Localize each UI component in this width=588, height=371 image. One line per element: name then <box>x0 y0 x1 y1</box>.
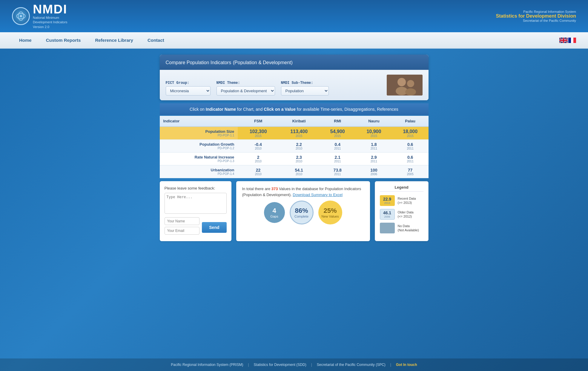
compare-subtitle: (Population & Development) <box>233 60 293 65</box>
legend-swatch-nodata <box>380 223 395 233</box>
table-row: Population GrowthPD-POP-1.2-0.420102.220… <box>160 140 429 153</box>
value-cell[interactable]: 1002006 <box>356 165 392 178</box>
stats-text: In total there are 373 Values in the dat… <box>242 186 364 198</box>
data-table-container: Indicator FSM Kiribati RMI Nauru Palau P… <box>160 116 429 178</box>
value-cell[interactable]: 73.82011 <box>319 165 356 178</box>
value-cell[interactable]: -0.42010 <box>238 140 279 153</box>
header: NMDI National Minimum Development Indica… <box>0 0 588 32</box>
feedback-name-input[interactable] <box>165 217 200 225</box>
compare-box: Compare Population Indicators (Populatio… <box>160 55 429 100</box>
stats-count: 373 <box>271 187 278 191</box>
main-content: Compare Population Indicators (Populatio… <box>160 55 429 244</box>
indicator-cell[interactable]: UrbanizationPD-POP-1.4 <box>160 165 238 178</box>
legend-desc-recent: Recent Data(>= 2013) <box>398 196 416 205</box>
table-row: Rate Natural IncreasePD-POP-1.3220102.32… <box>160 153 429 165</box>
value-cell[interactable]: 2.22010 <box>279 140 320 153</box>
download-link[interactable]: Download Summary to Excel <box>293 193 343 197</box>
logo-icon <box>12 7 30 25</box>
complete-circle: 86% Complete <box>290 201 314 224</box>
value-cell[interactable]: 0.42011 <box>319 140 356 153</box>
nmdi-subtheme-filter: NMDI Sub-Theme: Population Growth Urbani… <box>281 81 329 96</box>
feedback-textarea[interactable] <box>165 193 227 214</box>
indicator-cell[interactable]: Population GrowthPD-POP-1.2 <box>160 140 238 153</box>
value-cell[interactable]: 2.92011 <box>356 153 392 165</box>
footer-prism[interactable]: Pacific Regional Information System (PRI… <box>171 363 243 367</box>
compare-title: Compare Population Indicators <box>166 60 231 65</box>
footer-spc[interactable]: Secretariat of the Pacific Community (SP… <box>317 363 386 367</box>
value-cell[interactable]: 2.32010 <box>279 153 320 165</box>
value-cell[interactable]: 102,3002015 <box>238 127 279 140</box>
value-cell[interactable]: 2.12011 <box>319 153 356 165</box>
brand-text: NMDI National Minimum Development Indica… <box>33 3 67 29</box>
send-button[interactable]: Send <box>202 222 226 233</box>
prism-label: Pacific Regional Information System <box>496 10 576 13</box>
header-right: Pacific Regional Information System Stat… <box>496 10 576 22</box>
value-cell[interactable]: 54.12010 <box>279 165 320 178</box>
nav-home[interactable]: Home <box>12 32 39 48</box>
footer-sdd[interactable]: Statistics for Development (SDD) <box>254 363 306 367</box>
nmdi-subtheme-select[interactable]: Population Growth Urbanization <box>281 86 329 96</box>
value-cell[interactable]: 772005 <box>392 165 429 178</box>
svg-rect-17 <box>387 75 423 96</box>
data-table: Indicator FSM Kiribati RMI Nauru Palau P… <box>160 116 429 178</box>
bottom-section: Please leave some feedback: Send In tota… <box>160 181 429 241</box>
table-row: Population SizePD-POP-1.1102,3002015113,… <box>160 127 429 140</box>
legend-item-older: 46.1 2006 Older Data(<= 2012) <box>380 209 423 220</box>
value-cell[interactable]: 1.82011 <box>356 140 392 153</box>
new-label: New Values <box>322 215 339 218</box>
nmdi-theme-filter: NMDI Theme: Population & Development Hea… <box>217 81 275 96</box>
pict-group-select[interactable]: Micronesia All Melanesia Polynesia <box>166 86 211 96</box>
pict-group-label: PICT Group: <box>166 81 211 85</box>
table-row: UrbanizationPD-POP-1.422201054.1201073.8… <box>160 165 429 178</box>
value-cell[interactable]: 222010 <box>238 165 279 178</box>
complete-number: 86% <box>295 207 308 215</box>
value-cell[interactable]: 22010 <box>238 153 279 165</box>
legend-item-nodata: No Data(Not Available) <box>380 223 423 233</box>
legend-item-recent: 22.9 2013 Recent Data(>= 2013) <box>380 195 423 206</box>
value-cell[interactable]: 0.62011 <box>392 140 429 153</box>
legend-desc-older: Older Data(<= 2012) <box>398 210 414 219</box>
nmdi-theme-label: NMDI Theme: <box>217 81 275 85</box>
nav-contact[interactable]: Contact <box>140 32 171 48</box>
click-notice: Click on Indicator Name for Chart, and C… <box>160 103 429 115</box>
value-cell[interactable]: 113,4002015 <box>279 127 320 140</box>
col-kiribati: Kiribati <box>279 116 320 127</box>
nav-custom-reports[interactable]: Custom Reports <box>39 32 88 48</box>
indicator-cell[interactable]: Rate Natural IncreasePD-POP-1.3 <box>160 153 238 165</box>
feedback-email-input[interactable] <box>165 227 200 235</box>
nav-reference-library[interactable]: Reference Library <box>88 32 140 48</box>
nmdi-subtheme-label: NMDI Sub-Theme: <box>281 81 329 85</box>
value-cell[interactable]: 10,9002015 <box>356 127 392 140</box>
col-palau: Palau <box>392 116 429 127</box>
value-cell[interactable]: 0.62011 <box>392 153 429 165</box>
value-cell[interactable]: 18,0002015 <box>392 127 429 140</box>
nmdi-theme-select[interactable]: Population & Development Health Educatio… <box>217 86 275 96</box>
sdd-label: Statistics for Development Division <box>496 13 576 19</box>
stats-circles: 4 Gaps 86% Complete 25% New Values <box>242 201 364 224</box>
col-indicator: Indicator <box>160 116 238 127</box>
value-cell[interactable]: 54,9002015 <box>319 127 356 140</box>
pict-group-filter: PICT Group: Micronesia All Melanesia Pol… <box>166 81 211 96</box>
footer-contact[interactable]: Got In touch <box>396 363 417 367</box>
logo-area: NMDI National Minimum Development Indica… <box>12 3 67 29</box>
compare-filters: PICT Group: Micronesia All Melanesia Pol… <box>160 70 429 100</box>
indicator-cell[interactable]: Population SizePD-POP-1.1 <box>160 127 238 140</box>
legend-desc-nodata: No Data(Not Available) <box>398 224 419 233</box>
complete-label: Complete <box>294 215 308 218</box>
flag-english[interactable] <box>559 38 567 43</box>
gaps-number: 4 <box>272 207 276 215</box>
navbar: Home Custom Reports Reference Library Co… <box>0 32 588 49</box>
new-number: 25% <box>323 207 337 215</box>
gaps-label: Gaps <box>270 215 278 218</box>
gaps-circle: 4 Gaps <box>264 202 285 223</box>
svg-rect-11 <box>559 40 568 41</box>
compare-photo <box>387 75 423 96</box>
language-flags <box>559 38 576 43</box>
feedback-box: Please leave some feedback: Send <box>160 181 231 241</box>
col-rmi: RMI <box>319 116 356 127</box>
flag-french[interactable] <box>568 38 576 43</box>
stats-box: In total there are 373 Values in the dat… <box>236 181 370 241</box>
compare-header: Compare Population Indicators (Populatio… <box>160 55 429 70</box>
spc-label: Secretariat of the Pacific Community <box>496 19 576 22</box>
col-fsm: FSM <box>238 116 279 127</box>
